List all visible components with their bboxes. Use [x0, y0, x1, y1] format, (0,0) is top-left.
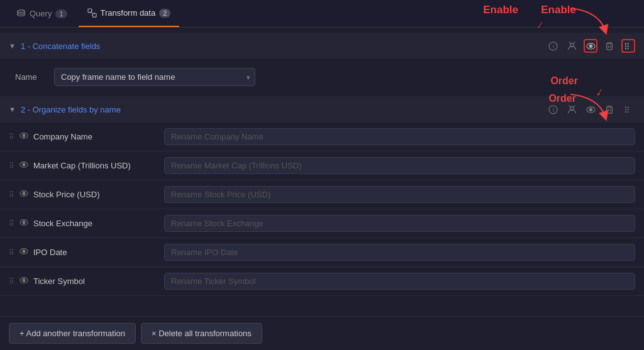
- row-stock-exchange: ⠿ Stock Exchange: [0, 209, 644, 238]
- tab-transform[interactable]: Transform data 2: [79, 0, 180, 27]
- field-name: Stock Price (USD): [33, 190, 159, 199]
- section1-reorder-btn[interactable]: [621, 39, 635, 53]
- svg-rect-14: [627, 45, 628, 46]
- section2-visibility-btn[interactable]: [584, 102, 597, 116]
- svg-point-40: [23, 250, 25, 253]
- rename-input[interactable]: [164, 128, 635, 145]
- section1-debug-btn[interactable]: [565, 39, 579, 53]
- svg-rect-10: [607, 44, 613, 50]
- db-icon: [16, 9, 26, 18]
- tabs-bar: Query 1 Transform data 2 Enable ↓ Order …: [0, 0, 644, 28]
- section1-actions: i: [546, 39, 635, 53]
- field-name: Stock Exchange: [33, 219, 159, 228]
- drag-handle-icon[interactable]: ⠿: [9, 161, 14, 170]
- footer-bar: + Add another transformation × Delete al…: [0, 316, 644, 350]
- svg-point-23: [589, 108, 592, 111]
- rename-input[interactable]: [164, 273, 635, 290]
- visibility-icon[interactable]: [19, 160, 28, 171]
- field-name: Ticker Symbol: [33, 276, 159, 286]
- svg-point-34: [23, 163, 25, 166]
- section1-visibility-btn[interactable]: [584, 39, 597, 53]
- visibility-icon[interactable]: [19, 131, 28, 142]
- svg-line-6: [569, 41, 570, 43]
- drag-handle-icon[interactable]: ⠿: [9, 133, 14, 141]
- svg-rect-11: [625, 43, 626, 44]
- svg-text:i: i: [553, 107, 554, 113]
- visibility-icon[interactable]: [19, 247, 28, 258]
- svg-line-7: [574, 41, 575, 43]
- tab-query-badge: 1: [55, 9, 67, 18]
- section1-select-wrapper: Copy frame name to field name Labels to …: [54, 68, 255, 86]
- svg-rect-30: [627, 111, 628, 112]
- row-stock-price: ⠿ Stock Price (USD): [0, 180, 644, 209]
- transform-icon: [87, 8, 97, 18]
- section1-chevron[interactable]: ▼: [9, 42, 16, 50]
- row-company-name: ⠿ Company Name: [0, 123, 644, 151]
- tab-query-label: Query: [30, 9, 52, 18]
- svg-text:i: i: [553, 43, 554, 50]
- tab-transform-badge: 2: [159, 9, 170, 18]
- delete-label: × Delete all transformations: [152, 329, 252, 338]
- section2-actions: i: [546, 102, 635, 116]
- field-name: Company Name: [33, 132, 159, 141]
- svg-rect-16: [627, 48, 628, 49]
- add-label: + Add another transformation: [19, 329, 125, 338]
- row-ticker-symbol: ⠿ Ticker Symbol: [0, 267, 644, 296]
- section2-info-btn[interactable]: i: [546, 102, 560, 116]
- tab-query[interactable]: Query 1: [8, 0, 76, 27]
- section1-delete-btn[interactable]: [602, 39, 616, 53]
- section1-header: ▼ 1 - Concatenate fields i: [0, 33, 644, 59]
- section1-title: 1 - Concatenate fields: [21, 41, 541, 51]
- svg-rect-12: [627, 43, 628, 44]
- order-annotation: Order: [550, 75, 578, 87]
- svg-line-21: [574, 105, 575, 106]
- svg-rect-24: [607, 107, 613, 114]
- rename-input[interactable]: [164, 215, 635, 232]
- svg-point-0: [18, 10, 25, 13]
- rename-input[interactable]: [164, 244, 635, 261]
- svg-rect-29: [625, 111, 626, 112]
- section2-rows: ⠿ Company Name ⠿ Market Cap (Trillions U…: [0, 123, 644, 296]
- field-name: Market Cap (Trillions USD): [33, 161, 159, 170]
- delete-all-button[interactable]: × Delete all transformations: [141, 323, 262, 344]
- add-transformation-button[interactable]: + Add another transformation: [9, 323, 136, 344]
- drag-handle-icon[interactable]: ⠿: [9, 248, 14, 257]
- section2-debug-btn[interactable]: [565, 102, 579, 116]
- svg-point-38: [23, 221, 25, 224]
- svg-rect-26: [627, 106, 628, 107]
- row-ipo-date: ⠿ IPO Date: [0, 238, 644, 267]
- section2-delete-btn[interactable]: [602, 102, 616, 116]
- svg-line-20: [569, 105, 570, 106]
- svg-point-32: [23, 134, 25, 137]
- section1-select[interactable]: Copy frame name to field name Labels to …: [54, 68, 255, 86]
- row-market-cap: ⠿ Market Cap (Trillions USD): [0, 151, 644, 180]
- visibility-icon[interactable]: [19, 218, 28, 229]
- visibility-icon[interactable]: [19, 276, 28, 287]
- svg-point-9: [589, 45, 592, 48]
- section1-name-row: Name Copy frame name to field name Label…: [15, 65, 629, 89]
- svg-rect-27: [625, 109, 626, 110]
- svg-point-36: [23, 192, 25, 195]
- section-organize: ▼ 2 - Organize fields by name i: [0, 96, 644, 296]
- svg-point-42: [23, 279, 25, 282]
- section2-reorder-btn[interactable]: [621, 102, 635, 116]
- section-concatenate: ▼ 1 - Concatenate fields i: [0, 33, 644, 95]
- rename-input[interactable]: [164, 186, 635, 203]
- svg-rect-15: [625, 48, 626, 49]
- tab-transform-label: Transform data: [101, 8, 156, 18]
- section1-content: Name Copy frame name to field name Label…: [0, 59, 644, 95]
- section2-title: 2 - Organize fields by name: [21, 105, 541, 114]
- drag-handle-icon[interactable]: ⠿: [9, 277, 14, 286]
- svg-rect-25: [625, 106, 626, 107]
- drag-handle-icon[interactable]: ⠿: [9, 190, 14, 199]
- main-content: ▼ 1 - Concatenate fields i: [0, 28, 644, 350]
- enable-annotation: Enable: [483, 4, 518, 16]
- field-name: IPO Date: [33, 248, 159, 257]
- visibility-icon[interactable]: [19, 189, 28, 200]
- rename-input[interactable]: [164, 157, 635, 174]
- section1-info-btn[interactable]: i: [546, 39, 560, 53]
- section2-chevron[interactable]: ▼: [9, 106, 16, 113]
- drag-handle-icon[interactable]: ⠿: [9, 219, 14, 228]
- svg-rect-28: [627, 109, 628, 110]
- section2-header: ▼ 2 - Organize fields by name i: [0, 96, 644, 123]
